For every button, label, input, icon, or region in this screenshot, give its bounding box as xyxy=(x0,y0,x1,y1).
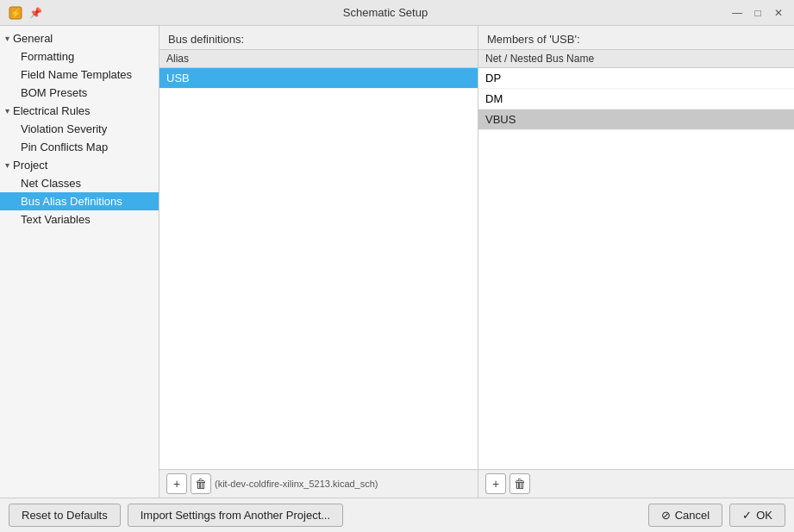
collapse-arrow-project: ▾ xyxy=(5,160,9,170)
svg-text:⚡: ⚡ xyxy=(10,8,22,19)
bottom-bar-left: Reset to Defaults Import Settings from A… xyxy=(9,504,343,527)
reset-to-defaults-button[interactable]: Reset to Defaults xyxy=(9,504,121,527)
members-panel: Members of 'USB': Net / Nested Bus Name … xyxy=(478,26,794,498)
add-bus-button[interactable]: + xyxy=(166,473,187,494)
window-title: Schematic Setup xyxy=(42,6,728,19)
cancel-icon: ⊘ xyxy=(661,509,671,522)
sidebar-item-net-classes[interactable]: Net Classes xyxy=(0,174,159,192)
sidebar-group-general-label: General xyxy=(13,32,53,45)
bus-definitions-panel: Bus definitions: Alias USB + 🗑 (kit-dev-… xyxy=(159,26,478,498)
sidebar-group-project: ▾ Project Net Classes Bus Alias Definiti… xyxy=(0,156,159,228)
sidebar-group-project-label: Project xyxy=(13,159,47,172)
sidebar-group-electrical-rules-header[interactable]: ▾ Electrical Rules xyxy=(0,102,159,120)
sidebar-item-bom-presets[interactable]: BOM Presets xyxy=(0,84,159,102)
sidebar-item-violation-severity[interactable]: Violation Severity xyxy=(0,120,159,138)
members-column-header: Net / Nested Bus Name xyxy=(478,49,794,68)
delete-member-icon: 🗑 xyxy=(514,477,526,491)
sidebar-item-pin-conflicts-map[interactable]: Pin Conflicts Map xyxy=(0,138,159,156)
app-icon: ⚡ xyxy=(7,4,24,22)
title-bar: ⚡ 📌 Schematic Setup — □ ✕ xyxy=(0,0,794,26)
bus-filename: (kit-dev-coldfire-xilinx_5213.kicad_sch) xyxy=(215,479,471,489)
minimize-button[interactable]: — xyxy=(728,4,746,22)
sidebar-item-text-variables[interactable]: Text Variables xyxy=(0,210,159,228)
bus-definitions-list[interactable]: USB xyxy=(159,68,478,469)
sidebar: ▾ General Formatting Field Name Template… xyxy=(0,26,159,498)
collapse-arrow-electrical-rules: ▾ xyxy=(5,106,9,116)
sidebar-group-electrical-rules: ▾ Electrical Rules Violation Severity Pi… xyxy=(0,102,159,156)
pin-icon: 📌 xyxy=(29,7,42,19)
bus-definitions-header: Bus definitions: xyxy=(159,26,478,49)
member-item-dp[interactable]: DP xyxy=(478,68,794,89)
close-button[interactable]: ✕ xyxy=(770,4,787,22)
collapse-arrow-general: ▾ xyxy=(5,34,9,43)
import-settings-button[interactable]: Import Settings from Another Project... xyxy=(128,504,343,527)
delete-member-button[interactable]: 🗑 xyxy=(510,473,530,494)
sidebar-group-project-header[interactable]: ▾ Project xyxy=(0,156,159,174)
sidebar-item-field-name-templates[interactable]: Field Name Templates xyxy=(0,66,159,84)
sidebar-item-formatting[interactable]: Formatting xyxy=(0,47,159,66)
list-item-usb[interactable]: USB xyxy=(159,68,478,89)
title-bar-controls: — □ ✕ xyxy=(728,4,787,22)
delete-bus-icon: 🗑 xyxy=(195,477,207,491)
bottom-bar: Reset to Defaults Import Settings from A… xyxy=(0,498,794,532)
sidebar-group-electrical-rules-label: Electrical Rules xyxy=(13,104,91,117)
maximize-button[interactable]: □ xyxy=(749,4,766,22)
delete-bus-button[interactable]: 🗑 xyxy=(191,473,211,494)
content-area: Bus definitions: Alias USB + 🗑 (kit-dev-… xyxy=(159,26,794,498)
sidebar-group-general: ▾ General Formatting Field Name Template… xyxy=(0,29,159,102)
members-toolbar: + 🗑 xyxy=(478,469,794,498)
add-member-button[interactable]: + xyxy=(485,473,506,494)
bus-definitions-column-header: Alias xyxy=(159,49,478,68)
title-bar-left: ⚡ 📌 xyxy=(7,4,42,22)
members-list[interactable]: DP DM VBUS xyxy=(478,68,794,469)
sidebar-group-general-header[interactable]: ▾ General xyxy=(0,29,159,47)
sidebar-item-bus-alias-definitions[interactable]: Bus Alias Definitions xyxy=(0,192,159,210)
bus-definitions-toolbar: + 🗑 (kit-dev-coldfire-xilinx_5213.kicad_… xyxy=(159,469,478,498)
main-content: ▾ General Formatting Field Name Template… xyxy=(0,26,794,498)
ok-button[interactable]: ✓ OK xyxy=(729,504,785,527)
member-item-dm[interactable]: DM xyxy=(478,89,794,110)
member-item-vbus[interactable]: VBUS xyxy=(478,110,794,130)
members-header: Members of 'USB': xyxy=(478,26,794,49)
cancel-button[interactable]: ⊘ Cancel xyxy=(648,504,722,527)
ok-icon: ✓ xyxy=(742,509,752,522)
bottom-bar-right: ⊘ Cancel ✓ OK xyxy=(648,504,785,527)
panels: Bus definitions: Alias USB + 🗑 (kit-dev-… xyxy=(159,26,794,498)
